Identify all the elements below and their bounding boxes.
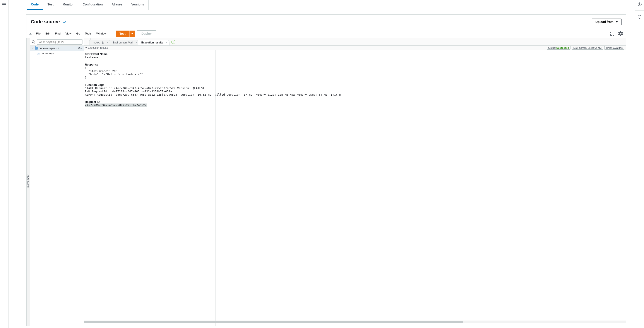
tree-settings-icon[interactable]: ▾ <box>78 47 82 50</box>
close-icon[interactable]: × <box>107 41 108 44</box>
tab-aliases[interactable]: Aliases <box>107 0 127 10</box>
file-tree-root[interactable]: price-scraper - / ▾ <box>30 46 84 51</box>
svg-line-1 <box>34 43 35 44</box>
test-event-name-label: Test Event Name <box>85 52 626 56</box>
svg-rect-4 <box>640 4 640 6</box>
tab-configuration[interactable]: Configuration <box>78 0 107 10</box>
info-link[interactable]: Info <box>62 21 67 24</box>
tab-label: Execution results <box>141 41 163 44</box>
js-file-icon: <> <box>37 52 40 55</box>
right-rail <box>635 0 644 328</box>
tab-monitor[interactable]: Monitor <box>58 0 78 10</box>
test-event-name-value: test-event <box>85 56 626 59</box>
status-badge: Status: Succeeded <box>547 46 570 50</box>
editor-tab-execution-results[interactable]: Execution results × <box>138 40 170 46</box>
menu-file[interactable]: File <box>34 31 43 37</box>
test-button-dropdown[interactable] <box>129 31 134 37</box>
request-id-label: Request ID <box>85 100 626 104</box>
menu-edit[interactable]: Edit <box>43 31 52 37</box>
close-icon[interactable]: × <box>166 41 167 44</box>
deploy-button: Deploy <box>137 30 156 37</box>
response-body: { "statusCode": 200, "body": "\"Hello fr… <box>85 66 626 79</box>
info-icon[interactable] <box>638 2 642 7</box>
results-header: Execution results Status: Succeeded Max … <box>84 46 626 50</box>
folder-icon <box>35 47 38 50</box>
new-tab-button[interactable]: + <box>171 40 175 44</box>
gear-icon[interactable] <box>618 31 624 37</box>
response-label: Response <box>85 63 626 66</box>
collapse-menu-icon[interactable] <box>29 33 32 35</box>
request-id-value: c4e77209-c347-465c-a822-225fb77a652a <box>85 104 626 107</box>
search-icon[interactable] <box>32 40 35 44</box>
tab-versions[interactable]: Versions <box>127 0 148 10</box>
test-button[interactable]: Test <box>116 31 130 37</box>
code-source-card: Code source Info Upload from File Edit F… <box>26 15 626 326</box>
editor-tab-bar: index.mjs × Environment Vari × Execution… <box>84 38 626 46</box>
chevron-down-icon <box>32 48 34 49</box>
horizontal-scrollbar[interactable] <box>84 320 626 323</box>
column-guide <box>215 50 216 326</box>
file-tree: price-scraper - / ▾ <> index.mjs <box>30 38 84 326</box>
hexagon-icon[interactable] <box>638 15 642 19</box>
close-icon[interactable]: × <box>136 41 137 44</box>
hamburger-icon[interactable] <box>2 2 6 5</box>
upload-from-button[interactable]: Upload from <box>592 19 622 25</box>
root-folder-name: price-scraper <box>38 47 55 50</box>
results-body: Test Event Name test-event Response { "s… <box>84 50 626 326</box>
svg-point-0 <box>32 41 34 43</box>
goto-anything-input[interactable] <box>37 39 82 45</box>
function-logs-label: Function Logs <box>85 83 626 87</box>
function-logs-body: START RequestId: c4e77209-c347-465c-a822… <box>85 87 626 96</box>
upload-from-label: Upload from <box>596 20 614 24</box>
menu-view[interactable]: View <box>63 31 74 37</box>
left-rail <box>0 0 9 328</box>
function-nav-tabs: Code Test Monitor Configuration Aliases … <box>9 0 635 10</box>
tab-test[interactable]: Test <box>43 0 58 10</box>
editor-tab-index[interactable]: index.mjs × <box>89 40 110 46</box>
memory-badge: Max memory used: 64 MB <box>572 46 603 50</box>
tab-label: Environment Vari <box>113 41 133 44</box>
svg-point-3 <box>639 3 640 4</box>
caret-down-icon <box>131 33 133 34</box>
menu-go[interactable]: Go <box>74 31 82 37</box>
menu-window[interactable]: Window <box>94 31 108 37</box>
menu-find[interactable]: Find <box>53 31 62 37</box>
card-title: Code source <box>31 19 60 25</box>
fullscreen-icon[interactable] <box>610 32 614 36</box>
file-name: index.mjs <box>42 52 54 55</box>
svg-marker-5 <box>638 15 641 19</box>
execution-results-label: Execution results <box>88 46 108 49</box>
editor-tab-envvars[interactable]: Environment Vari × <box>109 40 139 46</box>
caret-down-icon <box>616 21 618 23</box>
tab-label: index.mjs <box>93 41 104 44</box>
chevron-down-icon[interactable] <box>85 47 87 49</box>
file-tree-item[interactable]: <> index.mjs <box>30 51 84 56</box>
menu-tools[interactable]: Tools <box>83 31 94 37</box>
environment-panel-label[interactable]: Environment <box>26 38 30 326</box>
root-folder-suffix: - / <box>56 47 59 50</box>
time-badge: Time: 16.32 ms <box>604 46 624 50</box>
tab-code[interactable]: Code <box>26 0 43 10</box>
